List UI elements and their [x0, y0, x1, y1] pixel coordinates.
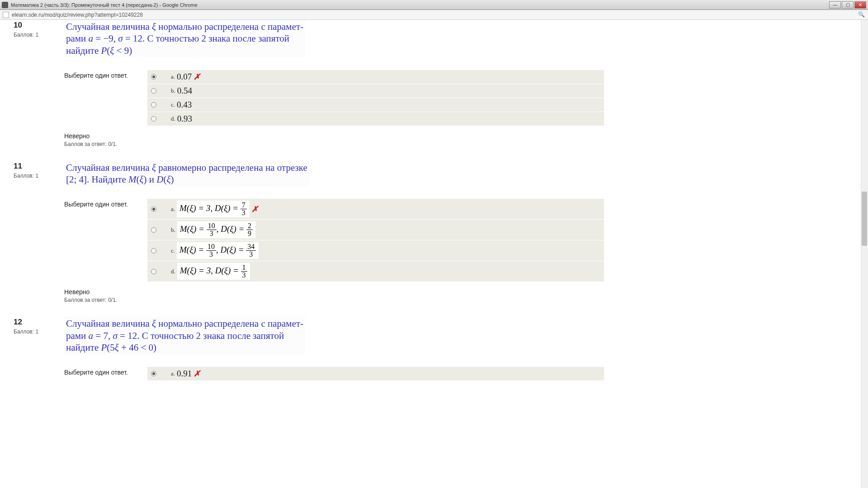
question-points: Баллов: 1	[14, 173, 64, 179]
answer-option[interactable]: a. M(ξ) = 3, D(ξ) = 73✗	[147, 199, 604, 220]
question-block: 12 Баллов: 1 Случайная величина ξ нормал…	[14, 317, 859, 381]
wrong-mark-icon: ✗	[251, 204, 258, 214]
maximize-button[interactable]: ▢	[842, 1, 854, 9]
page-content: 10 Баллов: 1 Случайная величина ξ нормал…	[0, 20, 868, 488]
address-bar[interactable]: elearn.sde.ru/mod/quiz/review.php?attemp…	[0, 10, 868, 20]
close-button[interactable]: ✕	[854, 1, 866, 9]
question-body: Случайная величина ξ нормально распредел…	[64, 20, 859, 147]
answer-option[interactable]: a. 0.07✗	[147, 70, 604, 84]
answer-letter: a.	[171, 206, 175, 213]
question-text: Случайная величина ξ нормально распредел…	[64, 20, 305, 57]
answer-value: 0.54	[177, 86, 192, 96]
minimize-button[interactable]: —	[829, 1, 841, 9]
answer-option[interactable]: c. M(ξ) = 103, D(ξ) = 343	[147, 240, 604, 261]
answer-value: 0.07	[177, 72, 192, 82]
choose-prompt: Выберите один ответ.	[64, 70, 147, 126]
window-title: Математика 2 (часть 3/3): Промежуточный …	[11, 2, 829, 8]
radio-button[interactable]	[151, 116, 156, 122]
answer-option[interactable]: b. M(ξ) = 103, D(ξ) = 29	[147, 220, 604, 240]
question-body: Случайная величина ξ равномерно распреде…	[64, 161, 859, 304]
question-number: 11	[14, 162, 64, 171]
answer-letter: b.	[171, 87, 175, 94]
question-block: 10 Баллов: 1 Случайная величина ξ нормал…	[14, 20, 859, 147]
question-text: Случайная величина ξ равномерно распреде…	[64, 161, 309, 187]
window-titlebar: Математика 2 (часть 3/3): Промежуточный …	[0, 0, 868, 10]
answer-letter: a.	[171, 73, 175, 80]
answer-section: Выберите один ответ. a. 0.91✗	[64, 367, 859, 381]
question-number-column: 11 Баллов: 1	[14, 161, 64, 304]
choose-prompt: Выберите один ответ.	[64, 367, 147, 381]
answer-option[interactable]: b. 0.54	[147, 84, 604, 98]
answer-value: 0.91	[177, 369, 192, 379]
answer-section: Выберите один ответ. a. 0.07✗ b. 0.54 c.…	[64, 70, 859, 126]
question-body: Случайная величина ξ нормально распредел…	[64, 317, 859, 381]
answers-list: a. 0.07✗ b. 0.54 c. 0.43 d. 0.93	[147, 70, 604, 126]
answer-letter: d.	[171, 115, 175, 122]
answer-letter: a.	[171, 370, 175, 377]
answer-value: 0.93	[177, 114, 192, 124]
answer-section: Выберите один ответ. a. M(ξ) = 3, D(ξ) =…	[64, 199, 859, 282]
question-points: Баллов: 1	[14, 32, 64, 38]
feedback: Неверно Баллов за ответ: 0/1.	[64, 288, 859, 303]
question-block: 11 Баллов: 1 Случайная величина ξ равном…	[14, 161, 859, 304]
answer-option[interactable]: a. 0.91✗	[147, 367, 604, 381]
window-buttons: — ▢ ✕	[829, 1, 866, 9]
radio-button[interactable]	[151, 269, 156, 274]
question-points: Баллов: 1	[14, 328, 64, 335]
radio-button[interactable]	[151, 248, 156, 253]
url-text: elearn.sde.ru/mod/quiz/review.php?attemp…	[12, 12, 143, 18]
answers-list: a. M(ξ) = 3, D(ξ) = 73✗ b. M(ξ) = 103, D…	[147, 199, 604, 282]
question-number-column: 12 Баллов: 1	[14, 317, 64, 381]
search-icon[interactable]: 🔍	[858, 11, 865, 19]
app-icon	[2, 2, 8, 8]
question-number-column: 10 Баллов: 1	[14, 20, 64, 147]
radio-button[interactable]	[151, 74, 156, 80]
feedback-status: Неверно	[64, 288, 859, 296]
question-number: 12	[14, 318, 64, 327]
radio-button[interactable]	[151, 88, 156, 94]
feedback-score: Баллов за ответ: 0/1.	[64, 141, 859, 147]
answer-letter: d.	[171, 268, 175, 275]
radio-button[interactable]	[151, 102, 156, 108]
feedback-score: Баллов за ответ: 0/1.	[64, 297, 859, 303]
wrong-mark-icon: ✗	[193, 72, 200, 82]
radio-button[interactable]	[151, 371, 156, 376]
answers-list: a. 0.91✗	[147, 367, 604, 381]
answer-letter: c.	[171, 247, 175, 254]
feedback-status: Неверно	[64, 132, 859, 140]
scrollbar[interactable]	[861, 20, 868, 488]
answer-option[interactable]: d. 0.93	[147, 112, 604, 126]
answer-value: 0.43	[177, 100, 192, 110]
wrong-mark-icon: ✗	[193, 369, 200, 379]
answer-letter: c.	[171, 101, 175, 108]
answer-letter: b.	[171, 226, 175, 234]
page-icon	[3, 12, 9, 18]
answer-option[interactable]: c. 0.43	[147, 98, 604, 112]
radio-button[interactable]	[151, 206, 156, 212]
scroll-thumb[interactable]	[862, 192, 867, 246]
question-number: 10	[14, 21, 64, 30]
feedback: Неверно Баллов за ответ: 0/1.	[64, 132, 859, 147]
answer-option[interactable]: d. M(ξ) = 3, D(ξ) = 13	[147, 261, 604, 282]
choose-prompt: Выберите один ответ.	[64, 199, 147, 282]
radio-button[interactable]	[151, 227, 156, 233]
question-text: Случайная величина ξ нормально распредел…	[64, 317, 305, 354]
